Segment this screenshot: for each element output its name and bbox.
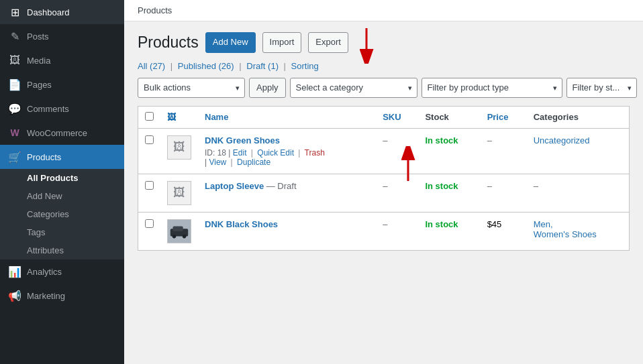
sidebar: ⊞ Dashboard ✎ Posts 🖼 Media 📄 Pages 💬 Co… — [0, 0, 124, 364]
sidebar-subitem-tags[interactable]: Tags — [0, 223, 124, 241]
row2-product-name[interactable]: Laptop Sleeve — [205, 181, 264, 191]
filter-tabs: All (27) | Published (26) | Draft (1) | … — [138, 61, 630, 71]
media-icon: 🖼 — [8, 54, 21, 67]
svg-rect-6 — [173, 226, 183, 231]
breadcrumb: Products — [124, 0, 643, 21]
row2-price-cell: – — [481, 174, 527, 212]
sidebar-subitem-categories[interactable]: Categories — [0, 205, 124, 223]
sidebar-item-woocommerce[interactable]: W WooCommerce — [0, 121, 124, 145]
row1-view-link[interactable]: View — [209, 158, 226, 167]
row1-trash-link[interactable]: Trash — [305, 148, 325, 158]
import-button[interactable]: Import — [262, 32, 302, 53]
row1-id-label: ID: 18 — [205, 148, 226, 158]
product-type-filter-select[interactable]: Filter by product type — [422, 78, 562, 98]
categories-col-header: Categories — [527, 106, 630, 128]
breadcrumb-text: Products — [138, 5, 172, 15]
row3-thumb-cell — [160, 212, 198, 250]
row2-draft-label: — Draft — [264, 181, 296, 191]
filter-all[interactable]: All (27) — [138, 61, 165, 71]
sidebar-sub-products: All Products Add New Categories Tags Att… — [0, 169, 124, 259]
sidebar-subitem-all-products[interactable]: All Products — [0, 169, 124, 187]
row1-sku: – — [383, 135, 387, 145]
category-filter-wrapper: Select a category — [290, 78, 417, 98]
sidebar-item-pages-label: Pages — [27, 80, 52, 90]
name-col-header[interactable]: Name — [198, 106, 376, 128]
row1-duplicate-link[interactable]: Duplicate — [237, 158, 270, 167]
row3-checkbox[interactable] — [145, 219, 154, 228]
row3-sku: – — [383, 219, 387, 229]
row2-name-cell: Laptop Sleeve — Draft — [198, 174, 376, 212]
row2-stock-cell: In stock — [418, 174, 480, 212]
table-row: 🖼 DNK Green Shoes ID: 18 | Edit | Quick … — [138, 128, 630, 174]
stock-col-header: Stock — [418, 106, 480, 128]
main-content: Products Products Add New Import Export — [124, 0, 643, 364]
row1-thumbnail: 🖼 — [167, 135, 191, 160]
row2-categories-cell: – — [527, 174, 630, 212]
sidebar-item-media-label: Media — [27, 56, 50, 66]
stock-filter-select[interactable]: Filter by st... — [566, 78, 637, 98]
row2-stock: In stock — [425, 181, 458, 191]
row1-quick-edit-link[interactable]: Quick Edit — [257, 148, 294, 158]
export-button[interactable]: Export — [308, 32, 348, 53]
table-row: 🖼 Laptop Sleeve — Draft – In stock – — [138, 174, 630, 212]
row3-product-name[interactable]: DNK Black Shoes — [205, 219, 278, 229]
sidebar-item-comments-label: Comments — [27, 104, 69, 114]
row3-name-cell: DNK Black Shoes — [198, 212, 376, 250]
analytics-icon: 📊 — [8, 265, 21, 278]
row1-product-name[interactable]: DNK Green Shoes — [205, 135, 280, 145]
select-all-col — [138, 106, 161, 128]
filter-published[interactable]: Published (26) — [178, 61, 234, 71]
sidebar-subitem-add-new[interactable]: Add New — [0, 187, 124, 205]
row1-stock: In stock — [425, 135, 458, 145]
table-container: 🖼 Name SKU Stock Price — [138, 106, 630, 251]
row3-thumb-svg — [168, 219, 191, 243]
bulk-actions-select[interactable]: Bulk actions — [138, 78, 245, 98]
sidebar-item-comments[interactable]: 💬 Comments — [0, 97, 124, 121]
page-content: Products Add New Import Export All (27) … — [124, 21, 643, 364]
sidebar-item-analytics[interactable]: 📊 Analytics — [0, 259, 124, 284]
row1-sku-cell: – — [376, 128, 418, 174]
row3-stock: In stock — [425, 219, 458, 229]
sidebar-subitem-attributes[interactable]: Attributes — [0, 241, 124, 259]
svg-point-7 — [172, 235, 177, 239]
row2-checkbox[interactable] — [145, 181, 154, 190]
row3-price-cell: $45 — [481, 212, 527, 250]
sidebar-item-posts[interactable]: ✎ Posts — [0, 24, 124, 48]
sidebar-item-marketing[interactable]: 📢 Marketing — [0, 284, 124, 308]
sidebar-item-products-label: Products — [27, 152, 61, 162]
row2-sku: – — [383, 181, 387, 191]
filter-sorting[interactable]: Sorting — [291, 61, 319, 71]
category-filter-select[interactable]: Select a category — [290, 78, 417, 98]
select-all-checkbox[interactable] — [145, 112, 154, 121]
row3-sku-cell: – — [376, 212, 418, 250]
stock-filter-wrapper: Filter by st... — [566, 78, 637, 98]
products-icon: 🛒 — [8, 150, 21, 164]
apply-button[interactable]: Apply — [249, 78, 286, 98]
row2-category: – — [534, 181, 538, 191]
row2-thumb-cell: 🖼 — [160, 174, 198, 212]
row3-category[interactable]: Men,Women's Shoes — [534, 219, 597, 239]
sidebar-item-marketing-label: Marketing — [27, 291, 65, 301]
sidebar-item-dashboard[interactable]: ⊞ Dashboard — [0, 0, 124, 24]
row3-price: $45 — [487, 219, 502, 229]
row1-edit-link[interactable]: Edit — [233, 148, 247, 158]
row1-stock-cell: In stock — [418, 128, 480, 174]
filter-draft[interactable]: Draft (1) — [246, 61, 279, 71]
row3-categories-cell: Men,Women's Shoes — [527, 212, 630, 250]
row1-checkbox[interactable] — [145, 135, 154, 144]
sidebar-item-products[interactable]: 🛒 Products — [0, 145, 124, 169]
posts-icon: ✎ — [8, 29, 21, 43]
row2-sku-cell: – — [376, 174, 418, 212]
row2-thumbnail: 🖼 — [167, 181, 191, 205]
sku-col-header[interactable]: SKU — [376, 106, 418, 128]
row3-thumbnail — [167, 219, 191, 243]
sidebar-item-media[interactable]: 🖼 Media — [0, 48, 124, 72]
marketing-icon: 📢 — [8, 289, 21, 302]
sidebar-item-pages[interactable]: 📄 Pages — [0, 72, 124, 97]
row1-category[interactable]: Uncategorized — [534, 135, 590, 145]
sidebar-item-woocommerce-label: WooCommerce — [27, 128, 87, 138]
row1-categories-cell: Uncategorized — [527, 128, 630, 174]
price-col-header[interactable]: Price — [481, 106, 527, 128]
row1-thumb-cell: 🖼 — [160, 128, 198, 174]
add-new-button[interactable]: Add New — [205, 32, 256, 53]
